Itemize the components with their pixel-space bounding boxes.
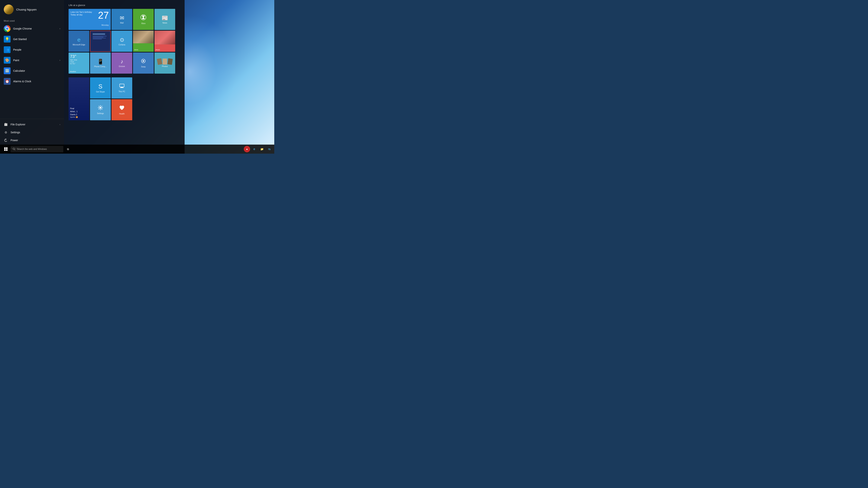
tile-settings-small[interactable]: Settings xyxy=(90,99,111,120)
tile-health[interactable]: Health xyxy=(112,99,132,120)
news-icon: 📰 xyxy=(162,15,168,21)
arrow-icon-chrome: › xyxy=(60,27,60,30)
most-used-label: Most used xyxy=(0,18,64,23)
alarm-icon: ⏰ xyxy=(4,78,10,85)
tile-label-sway: Sway xyxy=(141,66,146,68)
tile-weather[interactable]: 73° San Jose Clear 81°/61° Weather xyxy=(68,53,89,74)
taskbar-icon-edge[interactable]: e xyxy=(251,146,258,153)
task-view-button[interactable]: ⧉ xyxy=(64,145,72,154)
sidebar-item-power[interactable]: Power xyxy=(0,136,64,144)
tile-cortana[interactable]: ⊙ Cortana xyxy=(112,31,132,52)
sidebar-item-paint[interactable]: 🎨 Paint › xyxy=(0,55,64,66)
tile-edge[interactable]: e Microsoft Edge xyxy=(68,31,89,52)
tile-label-weather: Weather xyxy=(70,71,76,72)
paint-icon: 🎨 xyxy=(4,57,10,64)
taskbar-icon-store[interactable]: 🛍 xyxy=(266,146,273,153)
sports-label: Sports 📶 xyxy=(70,116,88,118)
second-tile-grid: Final Athlet.. 1 Giants 2 Sports 📶 S Get… xyxy=(68,77,181,120)
chrome-icon xyxy=(4,25,10,32)
tile-store[interactable]: Store xyxy=(133,31,154,52)
sidebar-item-alarms[interactable]: ⏰ Alarms & Clock xyxy=(0,76,64,87)
taskbar-icon-cortana[interactable]: ● xyxy=(244,146,250,152)
weather-desc: Clear xyxy=(70,61,77,63)
sidebar-item-calculator[interactable]: 🔢 Calculator xyxy=(0,66,64,76)
search-icon xyxy=(13,148,16,151)
get-started-icon: 💡 xyxy=(4,36,10,42)
music-photo xyxy=(154,31,175,44)
svg-point-8 xyxy=(143,60,144,62)
calculator-icon: 🔢 xyxy=(4,67,10,74)
tile-label-mail: Mail xyxy=(120,22,124,24)
app-label-calculator: Calculator xyxy=(13,69,60,72)
tile-sway[interactable]: Sway xyxy=(133,53,154,74)
start-button[interactable] xyxy=(1,145,10,154)
tile-mail[interactable]: ✉ Mail xyxy=(112,9,132,30)
calendar-date: 27 xyxy=(98,10,109,20)
tile-label-phone: Phone Comp... xyxy=(94,66,107,68)
health-icon xyxy=(119,105,125,112)
tile-skype[interactable]: S Get Skype xyxy=(90,77,111,98)
store-photo xyxy=(133,31,154,43)
second-section: Final Athlet.. 1 Giants 2 Sports 📶 S Get… xyxy=(68,77,181,120)
tile-music[interactable]: Music xyxy=(154,31,175,52)
svg-point-17 xyxy=(13,148,15,150)
tile-xbox[interactable]: Xbox xyxy=(133,9,154,30)
sidebar-item-people[interactable]: 👥 People xyxy=(0,44,64,55)
taskbar-right: ● e 📁 🛍 xyxy=(244,146,273,153)
expand-icon: › xyxy=(60,123,60,126)
tile-photos[interactable]: Photos xyxy=(154,53,175,74)
svg-rect-11 xyxy=(120,88,124,88)
tile-notes[interactable] xyxy=(90,31,111,52)
search-placeholder: Search the web and Windows xyxy=(17,148,47,151)
user-name: Chuong Nguyen xyxy=(16,8,36,11)
system-label-power: Power xyxy=(10,139,18,142)
system-label-settings: Settings xyxy=(10,131,20,134)
app-list: Google Chrome › 💡 Get Started 👥 People 🎨… xyxy=(0,23,64,119)
tile-label-news: News xyxy=(162,22,167,24)
tile-sports[interactable]: Final Athlet.. 1 Giants 2 Sports 📶 xyxy=(68,77,89,120)
tile-news[interactable]: 📰 News xyxy=(154,9,175,30)
file-explorer-icon xyxy=(4,122,8,127)
tile-this-pc[interactable]: This PC xyxy=(112,77,132,98)
tile-calendar[interactable]: Loke-Uei Tan's birthday Today all day 27… xyxy=(68,9,111,30)
svg-rect-10 xyxy=(121,87,123,88)
start-menu: Chuong Nguyen Most used Google Chrome › … xyxy=(0,0,185,154)
settings-small-icon xyxy=(98,105,103,112)
svg-point-12 xyxy=(99,107,101,109)
tiles-panel: Life at a glance Loke-Uei Tan's birthday… xyxy=(64,0,185,154)
taskbar: Search the web and Windows ⧉ ● e 📁 🛍 xyxy=(0,144,274,154)
settings-icon: ⚙ xyxy=(4,130,8,134)
sidebar-item-file-explorer[interactable]: File Explorer › xyxy=(0,121,64,128)
skype-icon: S xyxy=(98,83,102,90)
sidebar-item-get-started[interactable]: 💡 Get Started xyxy=(0,34,64,44)
svg-rect-0 xyxy=(4,124,7,126)
people-icon: 👥 xyxy=(4,46,10,53)
sidebar-item-chrome[interactable]: Google Chrome › xyxy=(0,23,64,34)
svg-rect-16 xyxy=(6,149,7,151)
tile-groove[interactable]: ♪ Groove xyxy=(112,53,132,74)
tile-label-xbox: Xbox xyxy=(141,23,146,25)
app-label-paint: Paint xyxy=(13,59,57,62)
tile-label-music: Music xyxy=(156,49,160,51)
life-section-label: Life at a glance xyxy=(68,4,181,7)
calendar-birthday: Loke-Uei Tan's birthday Today all day xyxy=(70,11,92,16)
taskbar-icon-folder[interactable]: 📁 xyxy=(258,146,265,153)
sidebar-item-settings[interactable]: ⚙ Settings xyxy=(0,128,64,136)
tile-label-groove: Groove xyxy=(119,65,125,68)
weather-content: 73° San Jose Clear 81°/61° xyxy=(70,54,77,65)
tile-label-edge: Microsoft Edge xyxy=(73,44,85,46)
cortana-icon: ⊙ xyxy=(120,37,124,43)
mail-icon: ✉ xyxy=(120,15,124,21)
life-tile-grid: Loke-Uei Tan's birthday Today all day 27… xyxy=(68,9,181,74)
user-section[interactable]: Chuong Nguyen xyxy=(0,0,64,18)
tile-label-cortana: Cortana xyxy=(119,44,125,46)
sway-icon xyxy=(141,58,146,65)
avatar[interactable] xyxy=(4,4,13,14)
search-bar[interactable]: Search the web and Windows xyxy=(10,146,63,152)
svg-line-18 xyxy=(14,150,15,150)
tile-label-skype: Get Skype xyxy=(96,91,105,93)
notes-content xyxy=(92,32,109,50)
tile-phone[interactable]: 📱 Phone Comp... xyxy=(90,53,111,74)
tile-label-photos: Photos xyxy=(162,65,168,68)
tile-label-this-pc: This PC xyxy=(119,91,125,93)
